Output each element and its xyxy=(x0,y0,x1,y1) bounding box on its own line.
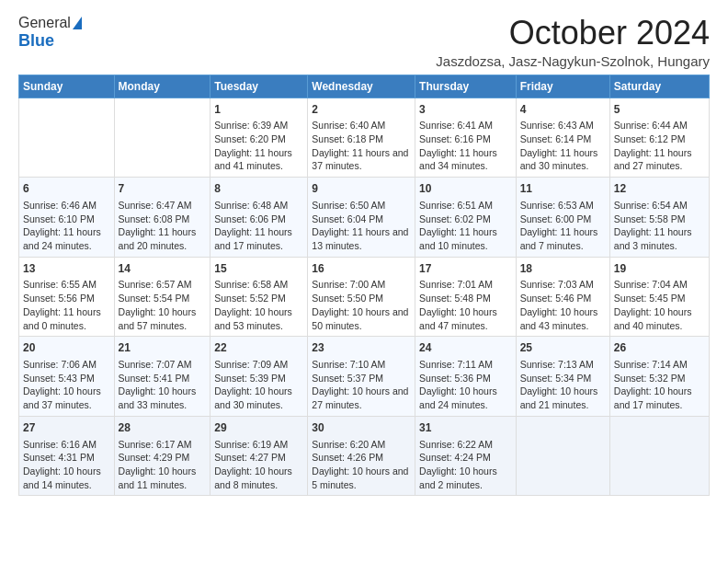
day-info: Sunrise: 6:43 AM xyxy=(520,119,606,132)
day-number: 20 xyxy=(23,340,110,356)
day-number: 30 xyxy=(312,420,411,436)
day-info: Daylight: 11 hours and 20 minutes. xyxy=(119,225,207,252)
day-info: Sunset: 5:48 PM xyxy=(419,292,512,305)
day-info: Daylight: 10 hours and 2 minutes. xyxy=(419,465,512,491)
day-info: Daylight: 10 hours and 21 minutes. xyxy=(520,385,606,411)
day-info: Sunrise: 7:10 AM xyxy=(312,358,411,372)
calendar-cell xyxy=(516,416,609,496)
calendar-table: SundayMondayTuesdayWednesdayThursdayFrid… xyxy=(18,75,710,497)
day-info: Sunset: 6:06 PM xyxy=(214,213,303,226)
day-info: Sunset: 5:50 PM xyxy=(312,292,411,305)
day-info: Sunset: 6:04 PM xyxy=(312,213,411,226)
calendar-cell: 29Sunrise: 6:19 AMSunset: 4:27 PMDayligh… xyxy=(210,416,308,496)
day-info: Sunrise: 6:20 AM xyxy=(312,438,411,452)
week-row-4: 20Sunrise: 7:06 AMSunset: 5:43 PMDayligh… xyxy=(19,337,710,417)
day-info: Sunrise: 6:53 AM xyxy=(520,199,606,213)
day-info: Sunset: 6:14 PM xyxy=(520,132,606,146)
day-info: Sunrise: 7:11 AM xyxy=(419,358,512,372)
day-number: 13 xyxy=(23,261,110,277)
day-info: Sunrise: 6:48 AM xyxy=(214,199,303,213)
header-day-sunday: Sunday xyxy=(19,75,115,98)
day-number: 29 xyxy=(214,420,303,436)
calendar-cell: 27Sunrise: 6:16 AMSunset: 4:31 PMDayligh… xyxy=(19,416,115,496)
day-info: Sunrise: 6:47 AM xyxy=(119,199,207,213)
day-info: Sunset: 5:37 PM xyxy=(312,372,411,385)
calendar-cell: 30Sunrise: 6:20 AMSunset: 4:26 PMDayligh… xyxy=(308,416,415,496)
day-info: Daylight: 10 hours and 8 minutes. xyxy=(214,465,303,491)
day-info: Daylight: 10 hours and 57 minutes. xyxy=(119,305,207,332)
day-info: Sunrise: 7:04 AM xyxy=(614,278,705,292)
day-info: Sunrise: 6:54 AM xyxy=(614,199,705,213)
day-number: 10 xyxy=(419,181,512,197)
day-info: Sunset: 6:16 PM xyxy=(419,132,512,146)
day-number: 7 xyxy=(119,181,207,197)
day-info: Daylight: 10 hours and 47 minutes. xyxy=(419,305,512,332)
day-number: 17 xyxy=(419,261,512,277)
calendar-cell: 13Sunrise: 6:55 AMSunset: 5:56 PMDayligh… xyxy=(19,257,115,337)
day-info: Sunrise: 6:39 AM xyxy=(214,119,303,132)
day-number: 11 xyxy=(520,181,606,197)
calendar-cell: 31Sunrise: 6:22 AMSunset: 4:24 PMDayligh… xyxy=(415,416,517,496)
day-number: 16 xyxy=(312,261,411,277)
day-number: 28 xyxy=(119,420,207,436)
calendar-cell xyxy=(114,98,210,178)
day-info: Sunrise: 6:41 AM xyxy=(419,119,512,132)
calendar-cell: 8Sunrise: 6:48 AMSunset: 6:06 PMDaylight… xyxy=(210,178,308,258)
week-row-1: 1Sunrise: 6:39 AMSunset: 6:20 PMDaylight… xyxy=(19,98,710,178)
day-info: Sunset: 5:41 PM xyxy=(119,372,207,385)
day-number: 27 xyxy=(23,420,110,436)
day-info: Sunset: 4:27 PM xyxy=(214,451,303,465)
day-number: 23 xyxy=(312,340,411,356)
day-number: 14 xyxy=(119,261,207,277)
calendar-cell: 9Sunrise: 6:50 AMSunset: 6:04 PMDaylight… xyxy=(308,178,415,258)
header-day-monday: Monday xyxy=(114,75,210,98)
day-info: Sunset: 5:32 PM xyxy=(614,372,705,385)
calendar-cell: 11Sunrise: 6:53 AMSunset: 6:00 PMDayligh… xyxy=(516,178,609,258)
day-number: 1 xyxy=(214,102,303,118)
day-info: Daylight: 10 hours and 43 minutes. xyxy=(520,305,606,332)
day-info: Daylight: 10 hours and 17 minutes. xyxy=(614,385,705,411)
calendar-cell: 2Sunrise: 6:40 AMSunset: 6:18 PMDaylight… xyxy=(308,98,415,178)
calendar-cell: 25Sunrise: 7:13 AMSunset: 5:34 PMDayligh… xyxy=(516,337,609,417)
week-row-5: 27Sunrise: 6:16 AMSunset: 4:31 PMDayligh… xyxy=(19,416,710,496)
day-info: Sunset: 5:46 PM xyxy=(520,292,606,305)
day-info: Sunset: 5:45 PM xyxy=(614,292,705,305)
calendar-cell: 4Sunrise: 6:43 AMSunset: 6:14 PMDaylight… xyxy=(516,98,609,178)
day-info: Sunset: 6:02 PM xyxy=(419,213,512,226)
logo-arrow-icon xyxy=(73,17,82,29)
day-info: Sunrise: 7:07 AM xyxy=(119,358,207,372)
week-row-2: 6Sunrise: 6:46 AMSunset: 6:10 PMDaylight… xyxy=(19,178,710,258)
day-info: Sunrise: 7:13 AM xyxy=(520,358,606,372)
day-number: 31 xyxy=(419,420,512,436)
calendar-cell: 16Sunrise: 7:00 AMSunset: 5:50 PMDayligh… xyxy=(308,257,415,337)
calendar-cell: 15Sunrise: 6:58 AMSunset: 5:52 PMDayligh… xyxy=(210,257,308,337)
day-number: 3 xyxy=(419,102,512,118)
header-row: SundayMondayTuesdayWednesdayThursdayFrid… xyxy=(19,75,710,98)
day-info: Sunrise: 6:16 AM xyxy=(23,438,110,452)
header-day-saturday: Saturday xyxy=(609,75,709,98)
day-number: 8 xyxy=(214,181,303,197)
logo-general-text: General xyxy=(18,15,71,31)
calendar-cell: 24Sunrise: 7:11 AMSunset: 5:36 PMDayligh… xyxy=(415,337,517,417)
day-info: Daylight: 11 hours and 7 minutes. xyxy=(520,225,606,252)
day-info: Sunset: 4:29 PM xyxy=(119,451,207,465)
day-info: Sunrise: 6:19 AM xyxy=(214,438,303,452)
day-number: 19 xyxy=(614,261,705,277)
calendar-cell: 19Sunrise: 7:04 AMSunset: 5:45 PMDayligh… xyxy=(609,257,709,337)
day-info: Daylight: 10 hours and 37 minutes. xyxy=(23,385,110,411)
day-number: 6 xyxy=(23,181,110,197)
day-info: Sunrise: 6:44 AM xyxy=(614,119,705,132)
calendar-cell: 6Sunrise: 6:46 AMSunset: 6:10 PMDaylight… xyxy=(19,178,115,258)
day-info: Sunrise: 6:46 AM xyxy=(23,199,110,213)
day-info: Daylight: 10 hours and 27 minutes. xyxy=(312,385,411,411)
day-info: Sunset: 5:36 PM xyxy=(419,372,512,385)
day-info: Sunrise: 6:17 AM xyxy=(119,438,207,452)
day-info: Sunset: 4:26 PM xyxy=(312,451,411,465)
day-info: Daylight: 11 hours and 10 minutes. xyxy=(419,225,512,252)
day-info: Sunrise: 7:00 AM xyxy=(312,278,411,292)
day-info: Daylight: 11 hours and 37 minutes. xyxy=(312,146,411,173)
calendar-cell: 7Sunrise: 6:47 AMSunset: 6:08 PMDaylight… xyxy=(114,178,210,258)
calendar-cell: 23Sunrise: 7:10 AMSunset: 5:37 PMDayligh… xyxy=(308,337,415,417)
week-row-3: 13Sunrise: 6:55 AMSunset: 5:56 PMDayligh… xyxy=(19,257,710,337)
calendar-cell: 28Sunrise: 6:17 AMSunset: 4:29 PMDayligh… xyxy=(114,416,210,496)
